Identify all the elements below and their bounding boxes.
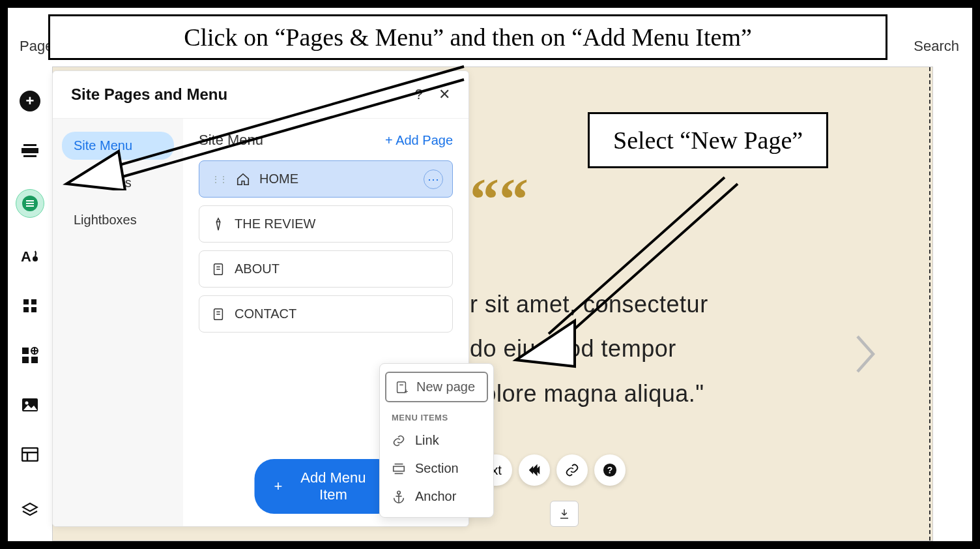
page-label: CONTACT [235, 306, 296, 321]
pen-icon [211, 217, 225, 231]
left-tool-rail: + A [8, 67, 52, 541]
svg-rect-29 [394, 466, 405, 471]
layers-icon[interactable] [19, 499, 41, 522]
download-icon[interactable] [550, 501, 579, 527]
popover-link[interactable]: Link [380, 426, 493, 454]
page-item-contact[interactable]: CONTACT [199, 295, 453, 333]
topbar-search[interactable]: Search [914, 38, 959, 55]
text-line: do eiusmod tempor [470, 327, 708, 371]
nav-pages[interactable]: Pages [62, 169, 174, 197]
panel-header: Site Pages and Menu ? ✕ [53, 71, 468, 119]
instruction-callout-2: Select “New Page” [588, 112, 828, 168]
text-line: dolore magna aliqua." [470, 372, 708, 416]
link-icon [392, 434, 406, 448]
svg-rect-4 [23, 155, 36, 157]
svg-rect-12 [22, 357, 29, 363]
anchor-icon [392, 490, 406, 504]
section-icon [392, 462, 406, 476]
page-item-home[interactable]: ⋮⋮ HOME ⋯ [199, 160, 453, 198]
pages-menu-icon[interactable] [16, 189, 44, 218]
page-icon [211, 307, 225, 321]
svg-rect-3 [23, 144, 36, 146]
animation-icon[interactable] [519, 454, 550, 486]
drag-handle-icon[interactable]: ⋮⋮ [211, 174, 227, 185]
nav-site-menu[interactable]: Site Menu [62, 132, 174, 160]
svg-rect-7 [23, 299, 29, 304]
popover-section-label: MENU ITEMS [380, 404, 493, 426]
app-market-icon[interactable] [19, 344, 41, 366]
new-page-label: New page [416, 379, 475, 394]
add-menu-item-label: Add Menu Item [289, 469, 377, 503]
instruction-callout-1: Click on “Pages & Menu” and then on “Add… [48, 14, 887, 60]
svg-rect-13 [31, 357, 38, 363]
next-slide-chevron-icon[interactable] [854, 334, 877, 374]
svg-rect-2 [22, 148, 38, 153]
svg-point-16 [25, 402, 29, 405]
cms-icon[interactable] [19, 443, 41, 466]
add-icon[interactable]: + [19, 90, 41, 112]
svg-point-32 [397, 491, 401, 494]
panel-close-icon[interactable]: ✕ [439, 86, 450, 103]
page-item-about[interactable]: ABOUT [199, 250, 453, 288]
panel-title: Site Pages and Menu [71, 85, 227, 104]
svg-text:?: ? [607, 466, 612, 475]
svg-rect-17 [22, 448, 38, 461]
help-icon[interactable]: ? [594, 454, 626, 486]
svg-rect-8 [31, 299, 36, 304]
page-icon [211, 262, 225, 276]
page-label: THE REVIEW [235, 216, 315, 231]
page-more-icon[interactable]: ⋯ [424, 170, 443, 189]
svg-text:+: + [405, 388, 409, 394]
site-menu-heading: Site Menu [199, 132, 263, 149]
new-page-icon: + [394, 380, 409, 394]
text-line: r sit amet, consectetur [470, 282, 708, 327]
svg-point-6 [33, 256, 38, 261]
page-item-review[interactable]: THE REVIEW [199, 205, 453, 243]
svg-rect-10 [31, 307, 36, 312]
design-icon[interactable]: A [19, 245, 41, 267]
media-icon[interactable] [19, 394, 41, 416]
popover-section-label: Section [415, 461, 459, 476]
nav-lightboxes[interactable]: Lightboxes [62, 206, 174, 234]
add-page-link[interactable]: + Add Page [385, 133, 453, 148]
popover-new-page[interactable]: + New page [385, 372, 488, 402]
page-label: HOME [259, 171, 298, 186]
popover-link-label: Link [415, 433, 439, 448]
page-label: ABOUT [235, 261, 280, 276]
popover-anchor-label: Anchor [415, 489, 456, 504]
popover-section[interactable]: Section [380, 454, 493, 482]
sections-icon[interactable] [19, 140, 41, 162]
svg-rect-11 [22, 348, 29, 354]
svg-rect-9 [23, 307, 29, 312]
quote-decoration: ““ [470, 185, 528, 214]
svg-text:A: A [21, 248, 31, 265]
panel-help-icon[interactable]: ? [415, 86, 423, 103]
panel-left-nav: Site Menu Pages Lightboxes [53, 119, 183, 527]
placeholder-text[interactable]: r sit amet, consectetur do eiusmod tempo… [470, 282, 708, 416]
link-icon[interactable] [556, 454, 588, 486]
apps-icon[interactable] [19, 295, 41, 317]
home-icon [236, 172, 250, 186]
plus-icon: + [274, 478, 283, 495]
add-menu-item-button[interactable]: + Add Menu Item [255, 459, 397, 514]
popover-anchor[interactable]: Anchor [380, 482, 493, 511]
add-menu-item-popover: + New page MENU ITEMS Link Section Ancho… [379, 363, 494, 518]
